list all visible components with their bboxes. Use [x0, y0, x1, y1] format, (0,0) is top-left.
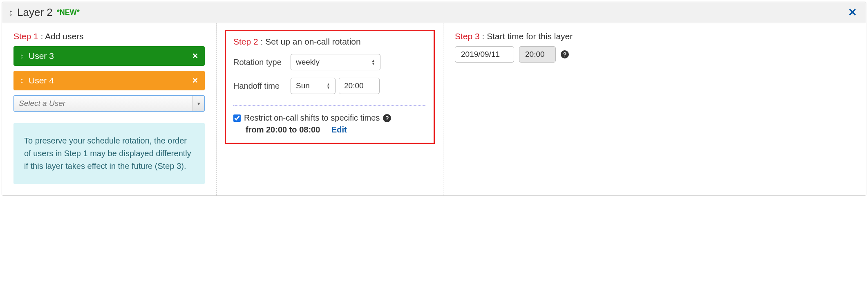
start-time-row: 2019/09/11 20:00 ?: [455, 46, 855, 63]
user-select-input[interactable]: [14, 96, 193, 111]
step1-heading: Step 1 : Add users: [13, 31, 205, 41]
step2-label: Step 2: [233, 37, 258, 46]
step1-column: Step 1 : Add users ↕ User 3 ✕ ↕ User 4 ✕…: [2, 23, 217, 195]
step3-label: Step 3: [455, 31, 480, 41]
help-icon[interactable]: ?: [561, 50, 569, 58]
user-chip[interactable]: ↕ User 3 ✕: [13, 46, 205, 66]
handoff-day-value: Sun: [296, 81, 310, 90]
drag-handle-icon[interactable]: ↕: [20, 76, 24, 85]
user-chip[interactable]: ↕ User 4 ✕: [13, 71, 205, 90]
help-icon[interactable]: ?: [383, 114, 391, 122]
user-select[interactable]: ▾: [13, 95, 205, 112]
handoff-day-select[interactable]: Sun ▲▼: [291, 78, 336, 94]
step3-heading: Step 3 : Start time for this layer: [455, 31, 855, 41]
layer-body: Step 1 : Add users ↕ User 3 ✕ ↕ User 4 ✕…: [2, 23, 866, 195]
step2-heading: Step 2 : Set up an on-call rotation: [233, 37, 426, 47]
user-chip-label: User 4: [29, 76, 54, 85]
restrict-label: Restrict on-call shifts to specific time…: [244, 113, 380, 123]
start-time-input[interactable]: 20:00: [519, 46, 556, 63]
handoff-time-input[interactable]: 20:00: [339, 78, 380, 94]
restrict-detail-text: from 20:00 to 08:00: [246, 125, 320, 134]
drag-handle-icon[interactable]: ↕: [20, 52, 24, 61]
divider: [233, 105, 426, 106]
user-select-dropdown-button[interactable]: ▾: [193, 96, 204, 111]
rotation-type-value: weekly: [296, 58, 320, 67]
remove-user-icon[interactable]: ✕: [192, 52, 198, 61]
rotation-type-select[interactable]: weekly ▲▼: [291, 54, 380, 70]
step2-heading-text: : Set up an on-call rotation: [258, 37, 361, 46]
new-badge: *NEW*: [57, 8, 80, 17]
step1-label: Step 1: [13, 31, 38, 41]
spinner-icon: ▲▼: [327, 83, 330, 89]
step2-column: Step 2 : Set up an on-call rotation Rota…: [217, 23, 443, 195]
handoff-label: Handoff time: [233, 81, 291, 91]
spinner-icon: ▲▼: [371, 59, 375, 65]
layer-panel: ↕ Layer 2 *NEW* ✕ Step 1 : Add users ↕ U…: [2, 2, 866, 196]
step1-heading-text: : Add users: [38, 31, 84, 41]
handoff-row: Handoff time Sun ▲▼ 20:00: [233, 78, 426, 94]
edit-link[interactable]: Edit: [331, 125, 347, 134]
layer-header: ↕ Layer 2 *NEW* ✕: [2, 2, 866, 23]
start-time-value: 20:00: [525, 50, 545, 59]
start-date-input[interactable]: 2019/09/11: [455, 46, 514, 63]
handoff-time-value: 20:00: [344, 81, 364, 90]
layer-title: Layer 2: [17, 6, 53, 19]
drag-handle-icon[interactable]: ↕: [9, 7, 13, 18]
restrict-detail: from 20:00 to 08:00 Edit: [246, 125, 426, 135]
restrict-row: Restrict on-call shifts to specific time…: [233, 113, 426, 123]
close-icon[interactable]: ✕: [846, 6, 859, 19]
remove-user-icon[interactable]: ✕: [192, 76, 198, 85]
step3-heading-text: : Start time for this layer: [480, 31, 573, 41]
rotation-type-row: Rotation type weekly ▲▼: [233, 54, 426, 70]
rotation-type-label: Rotation type: [233, 58, 291, 67]
step3-column: Step 3 : Start time for this layer 2019/…: [443, 23, 866, 195]
user-chip-label: User 3: [29, 51, 54, 61]
caret-down-icon: ▾: [197, 101, 200, 107]
step2-highlight: Step 2 : Set up an on-call rotation Rota…: [225, 30, 435, 144]
restrict-checkbox[interactable]: [233, 114, 241, 122]
start-date-value: 2019/09/11: [461, 50, 500, 59]
info-note: To preserve your schedule rotation, the …: [13, 123, 205, 184]
